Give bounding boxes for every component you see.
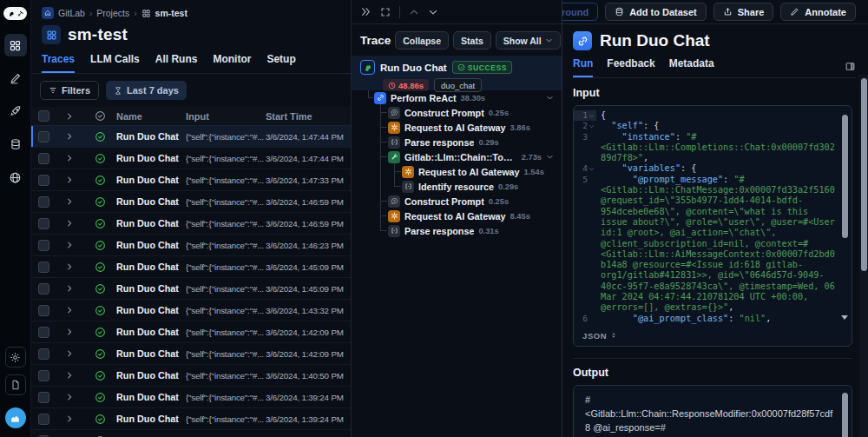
row-name[interactable]: Run Duo Chat [116, 414, 186, 424]
trace-node[interactable]: Parse response0.29s [352, 135, 562, 149]
row-expand-chevron-icon[interactable] [56, 414, 83, 423]
row-checkbox[interactable] [38, 283, 49, 295]
playground-button[interactable]: Playground [562, 3, 598, 21]
output-scrollbar-thumb[interactable] [842, 393, 848, 437]
trace-node[interactable]: Construct Prompt0.25s [352, 194, 562, 209]
trace-node[interactable]: Parse response0.31s [352, 223, 562, 238]
table-row[interactable]: Run Duo Chat{"self":{"instance":"#...3/6… [31, 126, 351, 148]
row-expand-chevron-icon[interactable] [56, 328, 83, 336]
collapse-button[interactable]: Collapse [395, 31, 449, 50]
share-button[interactable]: Share [713, 3, 774, 21]
add-to-dataset-button[interactable]: Add to Dataset [605, 3, 707, 21]
expand-fullscreen-icon[interactable] [380, 7, 391, 17]
tab-all-runs[interactable]: All Runs [155, 53, 198, 73]
row-checkbox[interactable] [38, 131, 49, 142]
row-expand-chevron-icon[interactable] [56, 241, 83, 249]
format-select[interactable]: JSON [582, 331, 607, 341]
table-row[interactable]: Run Duo Chat{"self":{"instance":"#...3/6… [31, 235, 351, 256]
breadcrumb-projects[interactable]: Projects [96, 8, 129, 18]
nav-annotate-icon[interactable] [4, 67, 27, 89]
tab-setup[interactable]: Setup [266, 53, 295, 73]
row-checkbox[interactable] [38, 153, 49, 164]
row-name[interactable]: Run Duo Chat [116, 218, 186, 228]
table-row[interactable]: Run Duo Chat{"self":{"instance":"#...3/6… [31, 213, 351, 235]
row-checkbox[interactable] [38, 327, 49, 338]
input-scrollbar-thumb[interactable] [842, 115, 848, 238]
fold-chevron-icon[interactable] [589, 123, 595, 129]
tab-monitor[interactable]: Monitor [213, 53, 251, 73]
fold-chevron-icon[interactable] [589, 113, 595, 119]
table-row[interactable]: Run Duo Chat{"self":{"instance":"#...3/6… [31, 256, 351, 278]
row-expand-chevron-icon[interactable] [56, 393, 83, 401]
row-checkbox[interactable] [38, 414, 49, 425]
row-checkbox[interactable] [38, 305, 49, 316]
row-name[interactable]: Run Duo Chat [116, 153, 186, 163]
annotate-button[interactable]: Annotate [780, 3, 856, 21]
table-row[interactable]: Run Duo Chat{"self":{"instance":"#...3/6… [31, 408, 351, 430]
row-name[interactable]: Run Duo Chat [116, 196, 186, 207]
table-row[interactable]: Run Duo Chat{"self":{"instance":"#...3/6… [31, 191, 351, 213]
table-row[interactable]: Run Duo Chat{"self":{"instance":"#...3/6… [31, 430, 351, 437]
row-name[interactable]: Run Duo Chat [116, 370, 186, 381]
trace-node[interactable]: Request to AI Gateway1.54s [352, 164, 562, 179]
trace-node[interactable]: Identify resource0.29s [352, 179, 562, 194]
row-expand-chevron-icon[interactable] [56, 154, 83, 162]
table-row[interactable]: Run Duo Chat{"self":{"instance":"#...3/6… [31, 300, 351, 321]
breadcrumb-org[interactable]: GitLab [58, 8, 85, 18]
table-row[interactable]: Run Duo Chat{"self":{"instance":"#...3/6… [31, 365, 351, 387]
nav-projects-icon[interactable] [4, 34, 27, 56]
nav-datasets-icon[interactable] [4, 133, 27, 156]
column-name[interactable]: Name [116, 111, 186, 122]
select-all-checkbox[interactable] [38, 110, 49, 122]
show-all-dropdown[interactable]: Show All [496, 31, 561, 50]
row-name[interactable]: Run Duo Chat [116, 392, 186, 402]
row-expand-chevron-icon[interactable] [56, 284, 83, 293]
collapse-node-icon[interactable] [546, 153, 554, 161]
row-checkbox[interactable] [38, 196, 49, 208]
table-row[interactable]: Run Duo Chat{"self":{"instance":"#...3/6… [31, 387, 351, 408]
trace-node[interactable]: Gitlab::Llm::Chain::Tools::IssueReader::… [352, 149, 562, 164]
trace-node[interactable]: Request to AI Gateway3.86s [352, 120, 562, 135]
row-name[interactable]: Run Duo Chat [116, 305, 186, 315]
langsmith-logo-icon[interactable] [3, 7, 27, 20]
row-checkbox[interactable] [38, 218, 49, 229]
run-tab-metadata[interactable]: Metadata [669, 57, 714, 77]
fold-chevron-icon[interactable] [589, 166, 595, 172]
row-name[interactable]: Run Duo Chat [116, 262, 186, 272]
table-row[interactable]: Run Duo Chat{"self":{"instance":"#...3/6… [31, 169, 351, 191]
tab-traces[interactable]: Traces [42, 53, 75, 73]
column-input[interactable]: Input [186, 111, 266, 122]
row-expand-chevron-icon[interactable] [56, 371, 83, 380]
date-range-button[interactable]: Last 7 days [106, 81, 187, 100]
row-checkbox[interactable] [38, 262, 49, 273]
row-checkbox[interactable] [38, 240, 49, 251]
row-name[interactable]: Run Duo Chat [116, 131, 186, 142]
row-expand-chevron-icon[interactable] [56, 197, 83, 206]
row-checkbox[interactable] [38, 370, 49, 381]
settings-gear-icon[interactable] [5, 347, 26, 367]
nav-deployments-icon[interactable] [4, 100, 27, 122]
run-tab-run[interactable]: Run [573, 57, 593, 77]
trace-node[interactable]: Perform ReAct38.30s [352, 90, 562, 105]
trace-node[interactable]: Construct Prompt0.25s [352, 105, 562, 120]
column-start-time[interactable]: Start Time [266, 111, 351, 122]
row-expand-chevron-icon[interactable] [56, 262, 83, 271]
trace-root-node[interactable]: Run Duo Chat SUCCESS 48.86s duo_chat [352, 56, 562, 90]
nav-hub-icon[interactable] [4, 166, 27, 189]
collapse-node-icon[interactable] [546, 94, 554, 102]
row-expand-chevron-icon[interactable] [56, 306, 83, 315]
panel-scrollbar-track[interactable] [859, 75, 868, 437]
row-expand-chevron-icon[interactable] [56, 349, 83, 358]
trace-node[interactable]: Request to AI Gateway8.45s [352, 209, 562, 223]
docs-icon[interactable] [5, 374, 26, 395]
input-scroll-down-arrow[interactable] [841, 315, 848, 320]
prev-run-icon[interactable] [409, 7, 419, 17]
row-checkbox[interactable] [38, 392, 49, 403]
row-checkbox[interactable] [38, 175, 49, 186]
user-avatar[interactable] [5, 407, 26, 428]
row-expand-chevron-icon[interactable] [56, 219, 83, 228]
row-name[interactable]: Run Duo Chat [116, 240, 186, 250]
table-row[interactable]: Run Duo Chat{"self":{"instance":"#...3/6… [31, 321, 351, 343]
tab-llm-calls[interactable]: LLM Calls [90, 53, 140, 73]
row-name[interactable]: Run Duo Chat [116, 175, 186, 185]
